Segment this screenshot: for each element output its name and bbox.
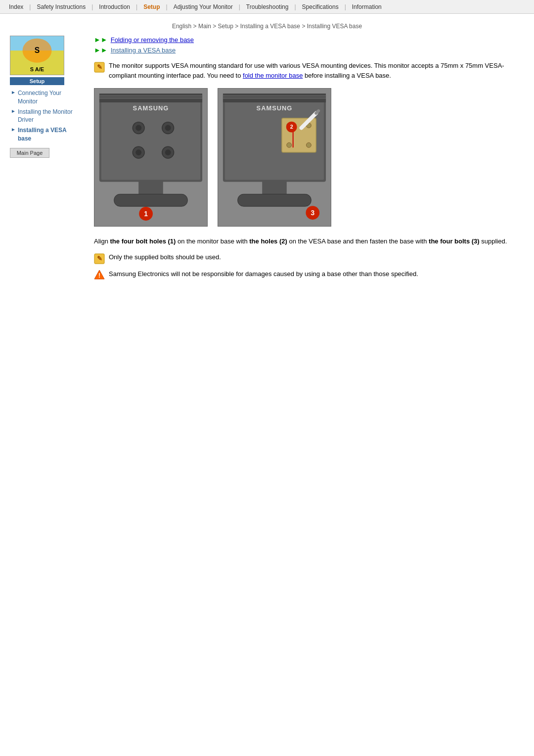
svg-point-15 bbox=[135, 125, 141, 131]
svg-text:SAMSUNG: SAMSUNG bbox=[257, 104, 293, 112]
nav-index[interactable]: Index bbox=[4, 3, 28, 10]
bold-holes: the four bolt holes (1) bbox=[110, 237, 176, 245]
page-container: English > Main > Setup > Installing a VE… bbox=[0, 14, 534, 290]
images-row: SAMSUNG bbox=[94, 88, 524, 227]
nav-specifications[interactable]: Specifications bbox=[297, 3, 344, 10]
sidebar-item-driver[interactable]: ► Installing the Monitor Driver bbox=[10, 108, 79, 125]
content-wrapper: S S A/E Setup ► Connecting Your Monitor … bbox=[10, 36, 524, 285]
svg-point-19 bbox=[135, 149, 141, 155]
svg-point-17 bbox=[165, 125, 171, 131]
chapter-arrow-2: ►► bbox=[94, 46, 108, 54]
main-content: ►► Folding or removing the base ►► Insta… bbox=[84, 36, 524, 285]
align-description: Align the four bolt holes (1) on the mon… bbox=[94, 236, 524, 246]
svg-point-21 bbox=[165, 149, 171, 155]
nav-adjusting[interactable]: Adjusting Your Monitor bbox=[169, 3, 238, 10]
main-page-button[interactable]: Main Page bbox=[10, 148, 49, 158]
svg-text:S: S bbox=[35, 46, 40, 54]
chapter-link-fold[interactable]: ►► Folding or removing the base bbox=[94, 36, 524, 44]
only-bolts-note: ✎ Only the supplied bolts should be used… bbox=[94, 252, 524, 264]
logo-text: S A/E bbox=[10, 66, 64, 72]
bold-holes2: the holes (2) bbox=[249, 237, 287, 245]
nav-setup[interactable]: Setup bbox=[138, 3, 165, 10]
svg-rect-23 bbox=[114, 194, 188, 206]
sidebar-links: ► Connecting Your Monitor ► Installing t… bbox=[10, 89, 79, 143]
svg-text:SAMSUNG: SAMSUNG bbox=[133, 104, 169, 112]
fold-link[interactable]: fold the monitor base bbox=[243, 72, 303, 79]
note-icon: ✎ bbox=[94, 62, 105, 73]
svg-rect-34 bbox=[282, 118, 316, 152]
nav-introduction[interactable]: Introduction bbox=[94, 3, 135, 10]
chapter-links: ►► Folding or removing the base ►► Insta… bbox=[94, 36, 524, 54]
navbar: Index | Safety Instructions | Introducti… bbox=[0, 0, 534, 14]
svg-text:1: 1 bbox=[144, 210, 148, 218]
svg-text:✎: ✎ bbox=[97, 63, 102, 71]
chapter-link-text-1[interactable]: Folding or removing the base bbox=[111, 36, 194, 44]
bold-bolts: the four bolts (3) bbox=[429, 237, 480, 245]
sidebar-logo: S S A/E bbox=[10, 36, 64, 75]
svg-line-40 bbox=[316, 111, 318, 113]
sidebar-item-vesa[interactable]: ► Installing a VESA base bbox=[10, 126, 79, 143]
monitor-diagram-right: SAMSUNG bbox=[218, 88, 331, 227]
nav-safety[interactable]: Safety Instructions bbox=[32, 3, 90, 10]
chapter-arrow-1: ►► bbox=[94, 36, 108, 44]
chapter-link-text-2[interactable]: Installing a VESA base bbox=[111, 47, 176, 54]
only-bolts-text: Only the supplied bolts should be used. bbox=[109, 252, 221, 262]
warning-icon: ! bbox=[94, 269, 105, 280]
arrow-icon-3: ► bbox=[11, 127, 16, 132]
svg-point-37 bbox=[287, 142, 292, 147]
svg-rect-28 bbox=[223, 94, 326, 102]
sidebar-item-connecting[interactable]: ► Connecting Your Monitor bbox=[10, 89, 79, 106]
monitor-diagram-left: SAMSUNG bbox=[94, 88, 208, 227]
warning-text: Samsung Electronics will not be responsi… bbox=[109, 269, 418, 279]
nav-information[interactable]: Information bbox=[347, 3, 387, 10]
link-driver[interactable]: Installing the Monitor Driver bbox=[18, 108, 79, 125]
arrow-icon: ► bbox=[11, 90, 16, 95]
svg-point-38 bbox=[306, 142, 311, 147]
arrow-icon-2: ► bbox=[11, 108, 16, 114]
warning-note: ! Samsung Electronics will not be respon… bbox=[94, 269, 524, 280]
svg-rect-8 bbox=[99, 94, 202, 102]
sidebar: S S A/E Setup ► Connecting Your Monitor … bbox=[10, 36, 84, 285]
note-icon-2: ✎ bbox=[94, 253, 105, 264]
svg-text:!: ! bbox=[98, 272, 100, 279]
svg-rect-43 bbox=[238, 194, 312, 206]
svg-text:2: 2 bbox=[290, 124, 293, 130]
svg-text:✎: ✎ bbox=[97, 255, 102, 262]
link-vesa[interactable]: Installing a VESA base bbox=[18, 126, 79, 143]
note-block: ✎ The monitor supports VESA mounting sta… bbox=[94, 61, 524, 80]
chapter-link-vesa[interactable]: ►► Installing a VESA base bbox=[94, 46, 524, 54]
breadcrumb: English > Main > Setup > Installing a VE… bbox=[10, 23, 524, 30]
svg-rect-22 bbox=[138, 181, 163, 196]
setup-label: Setup bbox=[10, 77, 64, 85]
svg-rect-42 bbox=[262, 181, 287, 196]
nav-troubleshooting[interactable]: Troubleshooting bbox=[241, 3, 294, 10]
note-text: The monitor supports VESA mounting stand… bbox=[109, 61, 524, 80]
link-connecting[interactable]: Connecting Your Monitor bbox=[18, 89, 79, 106]
svg-text:3: 3 bbox=[311, 209, 314, 217]
